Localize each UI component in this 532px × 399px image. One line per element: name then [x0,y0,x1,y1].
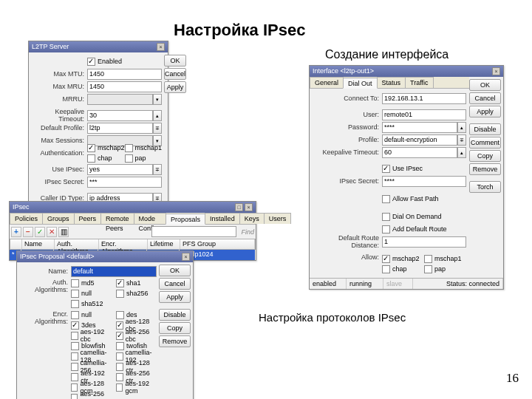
use-ipsec-checkbox[interactable] [382,165,390,173]
chap-checkbox[interactable] [87,154,95,163]
max-mtu-field[interactable]: 1450 [87,69,162,80]
max-mru-field[interactable]: 1450 [87,81,162,92]
sha256-checkbox[interactable] [116,290,124,298]
torch-button[interactable]: Torch [469,181,501,193]
minimize-icon[interactable]: □ [235,203,243,211]
tab-policies[interactable]: Policies [10,213,43,224]
ok-button[interactable]: OK [164,55,186,66]
mrru-arrow-icon[interactable]: ▾ [153,94,162,105]
status-slave: slave [383,279,413,289]
profile-dropdown-icon[interactable]: ∓ [153,123,162,134]
apply-button[interactable]: Apply [469,106,501,117]
pwd-field[interactable]: **** [382,122,457,133]
titlebar[interactable]: IPsec □× [10,202,256,213]
col-life[interactable]: Lifetime [148,239,180,249]
tab-mode-configs[interactable]: Mode Configs [134,213,167,224]
tab-users[interactable]: Users [264,213,292,224]
tab-remote-peers[interactable]: Remote Peers [100,213,134,224]
close-icon[interactable]: × [492,67,500,75]
profile-field[interactable]: default-encryption [382,134,457,146]
col-name[interactable]: Name [22,239,55,249]
tab-dialout[interactable]: Dial Out [343,78,378,89]
titlebar[interactable]: L2TP Server × [29,41,168,52]
pap-checkbox[interactable] [125,154,133,163]
profile-label: Default Profile: [31,124,87,132]
apply-button[interactable]: Apply [159,291,191,303]
tab-traffic[interactable]: Traffic [405,77,434,88]
enabled-checkbox[interactable] [87,58,95,66]
keepalive-field[interactable]: 30 [87,110,153,121]
col-encr[interactable]: Encr. Algorithms [99,239,148,249]
sha512-checkbox[interactable] [71,300,79,308]
titlebar[interactable]: Interface <l2tp-out1> × [310,66,503,77]
cancel-button[interactable]: Cancel [469,92,501,104]
addroute-checkbox[interactable] [382,225,390,233]
ok-button[interactable]: OK [469,79,501,91]
tab-keys[interactable]: Keys [239,213,265,224]
null-checkbox[interactable] [71,290,79,298]
disable-button[interactable]: Disable [469,123,501,135]
sha1-checkbox[interactable] [116,279,124,287]
close-icon[interactable]: × [245,203,253,211]
max-sess-label: Max Sessions: [31,137,87,144]
tab-proposals[interactable]: Proposals [166,214,205,225]
secret-field[interactable]: **** [382,176,466,187]
apply-button[interactable]: Apply [164,81,186,93]
mschap1-checkbox[interactable] [125,144,133,152]
disable-icon[interactable]: ✕ [47,227,57,237]
use-ipsec-field[interactable]: yes [87,164,153,175]
pwd-arrow-icon[interactable]: ▴ [457,122,466,133]
use-ipsec-dropdown-icon[interactable]: ∓ [153,164,162,175]
enable-icon[interactable]: ✓ [35,227,45,237]
ok-button[interactable]: OK [159,265,191,276]
right-caption: Создание интерфейса [325,48,449,61]
dist-field[interactable]: 1 [382,236,466,248]
tab-status[interactable]: Status [377,77,406,88]
col-pfs[interactable]: PFS Group [180,239,255,249]
filter-icon[interactable]: ▥ [58,227,69,237]
remove-icon[interactable]: − [23,227,33,237]
close-icon[interactable]: × [182,253,190,261]
name-field[interactable]: default [71,266,157,277]
mrru-field[interactable] [87,94,153,105]
keepalive-label: Keepalive Timeout: [31,108,87,123]
keep-arrow-icon[interactable]: ▴ [457,147,466,158]
close-icon[interactable]: × [157,43,165,51]
tab-groups[interactable]: Groups [42,213,75,224]
profile-dropdown-icon[interactable]: ∓ [457,134,466,146]
window-title: IPsec [13,202,30,213]
status-connected: Status: connected [413,279,503,289]
tab-general[interactable]: General [310,77,344,88]
comment-button[interactable]: Comment [469,137,501,149]
ipsec-secret-field[interactable]: *** [87,177,162,188]
profile-field[interactable]: l2tp [87,123,153,134]
keep-field[interactable]: 60 [382,147,457,158]
add-icon[interactable]: + [11,227,21,237]
cancel-button[interactable]: Cancel [164,68,186,80]
remove-button[interactable]: Remove [159,335,191,347]
pap-checkbox[interactable] [424,265,432,273]
dod-checkbox[interactable] [382,213,390,221]
copy-button[interactable]: Copy [469,150,501,162]
find-field[interactable] [151,226,236,237]
md5-checkbox[interactable] [71,279,79,287]
mschap1-checkbox[interactable] [424,255,432,263]
keepalive-arrow-icon[interactable]: ▴ [153,110,162,121]
disable-button[interactable]: Disable [159,309,191,321]
user-field[interactable]: remote01 [382,109,466,120]
col-auth[interactable]: Auth. Algorithms [55,239,99,249]
fast-checkbox[interactable] [382,195,390,203]
chap-checkbox[interactable] [382,265,390,273]
remove-button[interactable]: Remove [469,163,501,175]
copy-button[interactable]: Copy [159,322,191,334]
tabs: Policies Groups Peers Remote Peers Mode … [10,213,256,225]
name-label: Name: [19,267,71,275]
tab-installed-sas[interactable]: Installed SAs [205,213,240,224]
pap-label: pap [135,154,146,162]
connect-field[interactable]: 192.168.13.1 [382,93,466,104]
mschap2-checkbox[interactable] [382,255,390,263]
tab-peers[interactable]: Peers [74,213,102,224]
cancel-button[interactable]: Cancel [159,278,191,290]
titlebar[interactable]: IPsec Proposal <default> × [17,251,193,262]
mschap2-checkbox[interactable] [87,144,95,152]
